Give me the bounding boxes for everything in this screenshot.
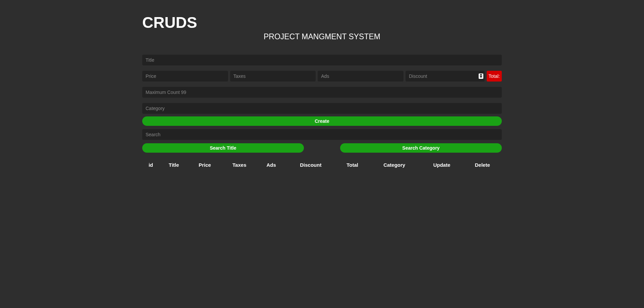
page-subtitle: PROJECT MANGMENT SYSTEM — [142, 32, 502, 41]
th-ads: Ads — [258, 159, 285, 170]
th-id: id — [142, 159, 159, 170]
th-category: Category — [368, 159, 421, 170]
taxes-input[interactable] — [230, 71, 316, 82]
table-header-row: id Title Price Taxes Ads Discount Total … — [142, 159, 502, 170]
th-taxes: Taxes — [221, 159, 258, 170]
create-button[interactable]: Create — [142, 116, 502, 126]
search-button-row: Search Title Search Category — [142, 143, 502, 153]
th-price: Price — [188, 159, 221, 170]
ads-input[interactable] — [318, 71, 404, 82]
th-update: Update — [421, 159, 463, 170]
search-category-button[interactable]: Search Category — [340, 143, 502, 153]
discount-wrapper — [406, 71, 485, 82]
title-input[interactable] — [142, 55, 502, 65]
count-input[interactable] — [142, 87, 502, 98]
th-discount: Discount — [285, 159, 336, 170]
discount-input[interactable] — [406, 71, 485, 82]
th-delete: Delete — [463, 159, 502, 170]
th-title: Title — [159, 159, 188, 170]
spinner-icon[interactable] — [479, 73, 483, 79]
data-table: id Title Price Taxes Ads Discount Total … — [142, 159, 502, 170]
app-title: CRUDS — [142, 13, 502, 32]
price-input[interactable] — [142, 71, 228, 82]
category-input[interactable] — [142, 103, 502, 114]
price-row: Total: — [142, 71, 502, 82]
total-badge: Total: — [487, 71, 502, 82]
search-title-button[interactable]: Search Title — [142, 143, 304, 153]
search-input[interactable] — [142, 129, 502, 140]
th-total: Total — [336, 159, 368, 170]
